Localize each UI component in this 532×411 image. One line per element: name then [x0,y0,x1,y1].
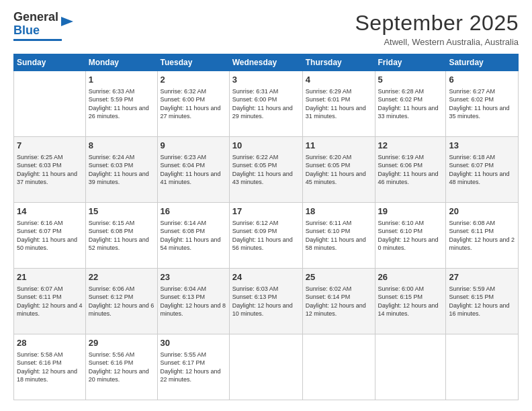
week-row-4: 21Sunrise: 6:07 AMSunset: 6:11 PMDayligh… [14,269,519,334]
month-title: September 2025 [355,11,519,36]
cell-info: Sunrise: 6:02 AMSunset: 6:14 PMDaylight:… [306,285,372,318]
cell-day-number: 10 [232,140,300,152]
cell-day-number: 15 [89,205,154,218]
cell-day-number: 27 [449,271,515,283]
cell-info: Sunrise: 5:59 AMSunset: 6:15 PMDaylight:… [449,285,515,318]
cell-info: Sunrise: 6:03 AMSunset: 6:13 PMDaylight:… [232,285,300,318]
calendar-table: SundayMondayTuesdayWednesdayThursdayFrid… [13,54,519,400]
cell-info: Sunrise: 6:19 AMSunset: 6:06 PMDaylight:… [378,153,443,187]
cell-info: Sunrise: 6:20 AMSunset: 6:05 PMDaylight:… [306,153,372,187]
cell-day-number: 8 [89,140,154,152]
cell-day-number: 12 [378,140,443,152]
cell-info: Sunrise: 6:32 AMSunset: 6:00 PMDaylight:… [161,87,226,121]
cell-info: Sunrise: 6:12 AMSunset: 6:09 PMDaylight:… [232,219,300,253]
cell-day-number: 29 [89,337,154,349]
cell-day-number: 4 [306,74,372,86]
weekday-header-thursday: Thursday [302,54,375,71]
weekday-header-saturday: Saturday [446,54,519,71]
cell-info: Sunrise: 6:06 AMSunset: 6:12 PMDaylight:… [89,285,154,318]
calendar-cell: 22Sunrise: 6:06 AMSunset: 6:12 PMDayligh… [85,269,157,334]
cell-day-number: 23 [161,271,226,283]
week-row-3: 14Sunrise: 6:16 AMSunset: 6:07 PMDayligh… [14,203,519,269]
cell-info: Sunrise: 5:58 AMSunset: 6:16 PMDaylight:… [17,351,83,384]
cell-day-number: 16 [161,205,226,218]
header: General Blue September 2025 Atwell, West… [13,11,519,47]
cell-day-number: 20 [449,205,515,218]
calendar-cell: 10Sunrise: 6:22 AMSunset: 6:05 PMDayligh… [229,137,302,203]
cell-day-number: 14 [17,205,83,218]
calendar-cell [375,334,446,400]
cell-info: Sunrise: 6:18 AMSunset: 6:07 PMDaylight:… [449,153,515,187]
calendar-cell: 14Sunrise: 6:16 AMSunset: 6:07 PMDayligh… [14,203,86,269]
calendar-cell: 24Sunrise: 6:03 AMSunset: 6:13 PMDayligh… [229,269,302,334]
logo-general: General [13,10,58,24]
cell-info: Sunrise: 6:11 AMSunset: 6:10 PMDaylight:… [306,219,372,253]
calendar-cell: 6Sunrise: 6:27 AMSunset: 6:02 PMDaylight… [446,71,519,137]
calendar-cell: 30Sunrise: 5:55 AMSunset: 6:17 PMDayligh… [157,334,229,400]
cell-info: Sunrise: 6:14 AMSunset: 6:08 PMDaylight:… [161,219,226,253]
calendar-cell: 28Sunrise: 5:58 AMSunset: 6:16 PMDayligh… [14,334,86,400]
cell-info: Sunrise: 6:00 AMSunset: 6:15 PMDaylight:… [378,285,443,318]
location: Atwell, Western Australia, Australia [355,37,519,47]
page: General Blue September 2025 Atwell, West… [0,0,532,411]
cell-info: Sunrise: 6:15 AMSunset: 6:08 PMDaylight:… [89,219,154,253]
cell-day-number: 5 [378,74,443,86]
calendar-cell [302,334,375,400]
calendar-cell: 8Sunrise: 6:24 AMSunset: 6:03 PMDaylight… [85,137,157,203]
cell-day-number: 9 [161,140,226,152]
calendar-cell: 25Sunrise: 6:02 AMSunset: 6:14 PMDayligh… [302,269,375,334]
cell-info: Sunrise: 6:27 AMSunset: 6:02 PMDaylight:… [449,87,515,121]
cell-day-number: 26 [378,271,443,283]
weekday-header-monday: Monday [85,54,157,71]
logo-arrow-icon [60,14,75,29]
svg-marker-0 [61,17,73,26]
cell-day-number: 25 [306,271,372,283]
calendar-cell: 1Sunrise: 6:33 AMSunset: 5:59 PMDaylight… [85,71,157,137]
week-row-1: 1Sunrise: 6:33 AMSunset: 5:59 PMDaylight… [14,71,519,137]
cell-day-number: 11 [306,140,372,152]
cell-day-number: 7 [17,140,83,152]
cell-info: Sunrise: 6:08 AMSunset: 6:11 PMDaylight:… [449,219,515,253]
cell-day-number: 6 [449,74,515,86]
cell-info: Sunrise: 6:24 AMSunset: 6:03 PMDaylight:… [89,153,154,187]
cell-day-number: 17 [232,205,300,218]
weekday-header-friday: Friday [375,54,446,71]
calendar-cell: 13Sunrise: 6:18 AMSunset: 6:07 PMDayligh… [446,137,519,203]
calendar-cell [446,334,519,400]
logo: General Blue [13,11,75,41]
weekday-header-row: SundayMondayTuesdayWednesdayThursdayFrid… [14,54,519,71]
cell-day-number: 13 [449,140,515,152]
cell-day-number: 21 [17,271,83,283]
title-block: September 2025 Atwell, Western Australia… [355,11,519,47]
logo-text: General Blue [13,11,58,38]
cell-info: Sunrise: 6:23 AMSunset: 6:04 PMDaylight:… [161,153,226,187]
calendar-cell: 18Sunrise: 6:11 AMSunset: 6:10 PMDayligh… [302,203,375,269]
cell-info: Sunrise: 6:28 AMSunset: 6:02 PMDaylight:… [378,87,443,121]
calendar-cell: 12Sunrise: 6:19 AMSunset: 6:06 PMDayligh… [375,137,446,203]
week-row-5: 28Sunrise: 5:58 AMSunset: 6:16 PMDayligh… [14,334,519,400]
cell-info: Sunrise: 6:29 AMSunset: 6:01 PMDaylight:… [306,87,372,121]
cell-day-number: 3 [232,74,300,86]
weekday-header-wednesday: Wednesday [229,54,302,71]
calendar-cell [14,71,86,137]
cell-day-number: 19 [378,205,443,218]
calendar-cell: 16Sunrise: 6:14 AMSunset: 6:08 PMDayligh… [157,203,229,269]
calendar-cell: 23Sunrise: 6:04 AMSunset: 6:13 PMDayligh… [157,269,229,334]
cell-day-number: 24 [232,271,300,283]
cell-day-number: 22 [89,271,154,283]
calendar-cell: 15Sunrise: 6:15 AMSunset: 6:08 PMDayligh… [85,203,157,269]
week-row-2: 7Sunrise: 6:25 AMSunset: 6:03 PMDaylight… [14,137,519,203]
calendar-cell: 3Sunrise: 6:31 AMSunset: 6:00 PMDaylight… [229,71,302,137]
cell-info: Sunrise: 5:55 AMSunset: 6:17 PMDaylight:… [161,351,226,384]
calendar-cell: 19Sunrise: 6:10 AMSunset: 6:10 PMDayligh… [375,203,446,269]
calendar-cell: 2Sunrise: 6:32 AMSunset: 6:00 PMDaylight… [157,71,229,137]
logo-underline [13,39,62,41]
cell-day-number: 2 [161,74,226,86]
calendar-cell: 29Sunrise: 5:56 AMSunset: 6:16 PMDayligh… [85,334,157,400]
cell-info: Sunrise: 6:04 AMSunset: 6:13 PMDaylight:… [161,285,226,318]
calendar-cell: 21Sunrise: 6:07 AMSunset: 6:11 PMDayligh… [14,269,86,334]
calendar-cell: 27Sunrise: 5:59 AMSunset: 6:15 PMDayligh… [446,269,519,334]
cell-info: Sunrise: 6:16 AMSunset: 6:07 PMDaylight:… [17,219,83,253]
cell-info: Sunrise: 6:31 AMSunset: 6:00 PMDaylight:… [232,87,300,121]
calendar-cell: 5Sunrise: 6:28 AMSunset: 6:02 PMDaylight… [375,71,446,137]
